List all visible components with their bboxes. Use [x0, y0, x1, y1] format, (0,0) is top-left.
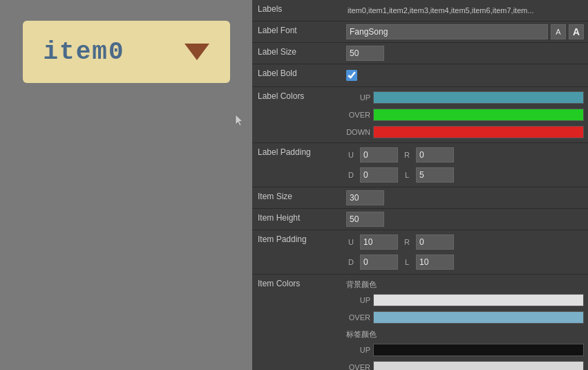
- label-font-value-cell: A A: [342, 21, 588, 42]
- label-color-over-label: OVER: [346, 111, 370, 119]
- labels-label: Labels: [252, 0, 342, 18]
- label-item-color-over-row: OVER: [346, 361, 584, 370]
- label-item-color-up-swatch[interactable]: [373, 344, 584, 356]
- item-size-label: Item Size: [252, 187, 342, 205]
- props-panel: Labels item0,item1,item2,item3,item4,ite…: [252, 0, 588, 370]
- label-padding-d-label: D: [346, 171, 356, 179]
- label-font-label: Label Font: [252, 21, 342, 39]
- item-size-value-cell: [342, 187, 588, 208]
- label-bold-row: Label Bold: [252, 64, 588, 87]
- label-item-color-up-row: UP: [346, 344, 584, 356]
- label-padding-d-input[interactable]: [360, 167, 398, 183]
- label-padding-l-input[interactable]: [416, 167, 454, 183]
- item-padding-ur-row: U R: [346, 234, 584, 250]
- label-padding-ud-row: U R: [346, 147, 584, 163]
- preview-panel: item0: [0, 0, 252, 370]
- label-item-color-over-swatch[interactable]: [373, 361, 584, 370]
- labels-row: Labels item0,item1,item2,item3,item4,ite…: [252, 0, 588, 21]
- item-colors-value-cell: 背景颜色 UP OVER 标签颜色 UP OVER 边框颜色: [342, 275, 588, 370]
- label-font-row: Label Font A A: [252, 21, 588, 43]
- item-size-input[interactable]: [346, 190, 384, 205]
- item-padding-l-label: L: [402, 258, 412, 266]
- label-bold-checkbox[interactable]: [346, 70, 357, 81]
- preview-item: item0: [23, 21, 230, 83]
- item-padding-value-cell: U R D L: [342, 230, 588, 274]
- labels-value: item0,item1,item2,item3,item4,item5,item…: [346, 3, 535, 18]
- label-size-row: Label Size: [252, 43, 588, 64]
- label-size-label: Label Size: [252, 43, 342, 61]
- item-padding-d-input[interactable]: [360, 255, 398, 270]
- item-padding-u-label: U: [346, 238, 356, 246]
- item-height-value-cell: [342, 209, 588, 230]
- bg-color-over-label: OVER: [346, 313, 370, 322]
- label-color-down-row: DOWN: [346, 126, 584, 138]
- label-size-input[interactable]: [346, 46, 384, 61]
- label-item-color-over-label: OVER: [346, 363, 370, 370]
- item-padding-u-input[interactable]: [360, 234, 398, 250]
- label-colors-label: Label Colors: [252, 87, 342, 105]
- label-color-up-label: UP: [346, 93, 370, 102]
- labels-value-cell: item0,item1,item2,item3,item4,item5,item…: [342, 0, 588, 21]
- item-padding-l-input[interactable]: [416, 255, 454, 270]
- item-padding-label: Item Padding: [252, 230, 342, 248]
- label-colors-value-cell: UP OVER DOWN: [342, 87, 588, 142]
- label-colors-row: Label Colors UP OVER DOWN: [252, 87, 588, 143]
- label-color-up-swatch[interactable]: [373, 91, 584, 104]
- label-color-over-row: OVER: [346, 109, 584, 121]
- label-color-down-swatch[interactable]: [373, 126, 584, 138]
- item-height-row: Item Height: [252, 209, 588, 230]
- label-bold-label: Label Bold: [252, 64, 342, 82]
- label-bold-value-cell: [342, 64, 588, 86]
- label-padding-value-cell: U R D L: [342, 143, 588, 187]
- label-padding-r-input[interactable]: [416, 147, 454, 163]
- dropdown-arrow-icon: [184, 44, 209, 60]
- bg-color-up-label: UP: [346, 296, 370, 304]
- item-colors-label: Item Colors: [252, 275, 342, 293]
- item-height-label: Item Height: [252, 209, 342, 227]
- font-btn-large[interactable]: A: [569, 24, 584, 39]
- label-padding-lr-row: D L: [346, 167, 584, 183]
- bg-color-up-swatch[interactable]: [373, 294, 584, 306]
- label-padding-row: Label Padding U R D L: [252, 143, 588, 187]
- bg-color-label: 背景颜色: [346, 277, 584, 290]
- item-padding-d-label: D: [346, 258, 356, 266]
- label-color-over-swatch[interactable]: [373, 109, 584, 121]
- label-padding-u-label: U: [346, 151, 356, 159]
- label-padding-l-label: L: [402, 171, 412, 179]
- label-padding-r-label: R: [402, 151, 412, 159]
- label-padding-label: Label Padding: [252, 143, 342, 161]
- bg-color-up-row: UP: [346, 294, 584, 306]
- item-size-row: Item Size: [252, 187, 588, 209]
- label-size-value-cell: [342, 43, 588, 64]
- label-padding-u-input[interactable]: [360, 147, 398, 163]
- label-font-input[interactable]: [346, 24, 548, 39]
- item-padding-r-input[interactable]: [416, 234, 454, 250]
- item-colors-row: Item Colors 背景颜色 UP OVER 标签颜色 UP OVER 边框…: [252, 275, 588, 370]
- item-padding-dl-row: D L: [346, 255, 584, 270]
- label-color-up-row: UP: [346, 91, 584, 104]
- preview-item-text: item0: [44, 38, 125, 66]
- label-color-section-label: 标签颜色: [346, 327, 584, 340]
- item-height-input[interactable]: [346, 212, 384, 227]
- label-color-down-label: DOWN: [346, 128, 370, 136]
- item-padding-row: Item Padding U R D L: [252, 230, 588, 275]
- label-item-color-up-label: UP: [346, 346, 370, 354]
- font-btn-small[interactable]: A: [551, 24, 566, 39]
- bg-color-over-row: OVER: [346, 311, 584, 324]
- item-padding-r-label: R: [402, 238, 412, 246]
- cursor-icon: [235, 114, 243, 127]
- bg-color-over-swatch[interactable]: [373, 311, 584, 324]
